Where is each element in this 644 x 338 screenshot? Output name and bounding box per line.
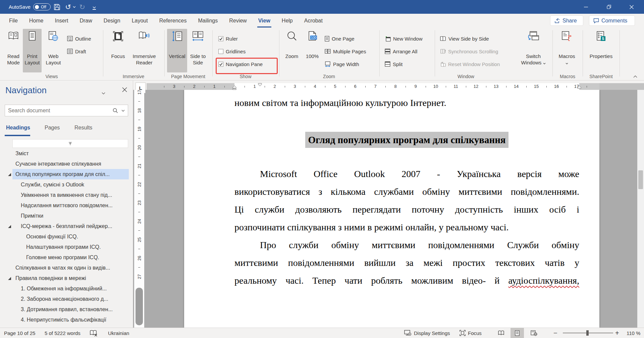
display-settings-button[interactable]: Display Settings xyxy=(404,328,450,338)
tab-references[interactable]: References xyxy=(154,14,193,27)
tab-review[interactable]: Review xyxy=(223,14,252,27)
properties-button[interactable]: S Properties xyxy=(586,29,616,72)
zoom-button[interactable]: Zoom xyxy=(283,29,301,72)
autosave-toggle[interactable]: Off xyxy=(33,3,51,10)
web-layout-view-button[interactable] xyxy=(527,328,541,338)
collapse-triangle-icon[interactable] xyxy=(8,277,11,280)
nav-heading-item[interactable]: Основні функції ICQ. xyxy=(7,231,129,242)
vertical-button[interactable]: Vertical xyxy=(167,29,187,72)
read-mode-view-button[interactable] xyxy=(494,328,508,338)
document-line[interactable]: реальному часі. Тепер чати роблять можли… xyxy=(234,272,579,289)
gridlines-checkbox[interactable]: Gridlines xyxy=(218,48,246,55)
nav-heading-item[interactable]: Служби, сумісні з Outlook xyxy=(7,179,129,190)
collapse-ribbon-icon[interactable] xyxy=(633,73,637,79)
close-button[interactable] xyxy=(622,0,641,14)
web-layout-button[interactable]: Web Layout xyxy=(43,29,64,72)
left-indent-marker[interactable] xyxy=(232,86,236,90)
tab-mailings[interactable]: Mailings xyxy=(193,14,224,27)
document-heading[interactable]: Огляд популярних програм для спілкування xyxy=(234,130,579,150)
nav-heading-item[interactable]: 3. Дотримання правил, встановлен... xyxy=(7,304,129,315)
document-line[interactable]: новим світом та інформаційною культурою … xyxy=(234,94,579,112)
nav-heading-item[interactable]: ICQ-мережа - безплатний пейджер... xyxy=(7,221,129,231)
undo-chevron-icon[interactable] xyxy=(72,0,76,14)
print-layout-view-button[interactable] xyxy=(511,328,524,338)
search-options-chevron-icon[interactable] xyxy=(121,110,125,112)
nav-heading-item[interactable]: Сучасне інтерактивне спілкування xyxy=(7,159,129,169)
tab-design[interactable]: Design xyxy=(98,14,126,27)
outline-button[interactable]: Outline xyxy=(67,35,91,42)
collapse-triangle-icon[interactable] xyxy=(8,173,11,176)
page-indicator[interactable]: Page 10 of 25 xyxy=(4,328,35,338)
view-side-by-side-button[interactable]: View Side by Side xyxy=(440,35,489,42)
tab-pages[interactable]: Pages xyxy=(45,125,60,131)
zoom-slider-thumb[interactable] xyxy=(586,330,589,336)
arrange-all-button[interactable]: Arrange All xyxy=(385,48,417,55)
proofing-errors-icon[interactable] xyxy=(90,328,98,338)
draft-button[interactable]: Draft xyxy=(67,48,86,55)
restore-button[interactable] xyxy=(599,0,618,14)
one-page-button[interactable]: One Page xyxy=(325,35,355,42)
new-window-button[interactable]: New Window xyxy=(385,35,423,42)
nav-heading-item[interactable]: 1. Обмеження на інформаційний... xyxy=(7,283,129,294)
nav-heading-item[interactable]: Примітки xyxy=(7,211,129,221)
focus-button[interactable]: Focus xyxy=(108,29,128,72)
macros-button[interactable]: Macros xyxy=(556,29,578,72)
nav-heading-item[interactable]: Налаштування програми ICQ. xyxy=(7,242,129,252)
zoom-out-button[interactable]: − xyxy=(553,328,557,338)
tab-view[interactable]: View xyxy=(253,14,276,27)
immersive-reader-button[interactable]: Immersive Reader xyxy=(129,29,159,72)
tab-results[interactable]: Results xyxy=(74,125,92,131)
document-line[interactable]: використовуватися з кількома службами об… xyxy=(234,183,579,201)
tab-help[interactable]: Help xyxy=(276,14,299,27)
nav-heading-item[interactable]: 2. Заборона несанкціонованого д... xyxy=(7,294,129,304)
horizontal-ruler[interactable]: 3211234567891011121314151617 xyxy=(147,83,644,90)
document-line[interactable]: миттєвими повідомленнями вийшли за межі … xyxy=(234,254,579,272)
document-line[interactable]: Microsoft Office Outlook 2007 - Українсь… xyxy=(234,165,579,183)
tab-layout[interactable]: Layout xyxy=(126,14,154,27)
search-icon[interactable] xyxy=(113,108,118,113)
ruler-checkbox[interactable]: Ruler xyxy=(218,35,238,42)
search-input[interactable]: Search document xyxy=(5,105,128,116)
tab-acrobat[interactable]: Acrobat xyxy=(299,14,328,27)
read-mode-button[interactable]: Read Mode xyxy=(4,29,22,72)
nav-heading-item[interactable]: Зміст xyxy=(7,148,129,159)
first-line-indent-marker[interactable] xyxy=(258,83,262,86)
nav-heading-item[interactable]: Головне меню програми ICQ. xyxy=(7,252,129,263)
nav-heading-item[interactable]: Увімкнення та вимкнення стану під... xyxy=(7,190,129,200)
share-button[interactable]: Share xyxy=(550,15,583,26)
language-indicator[interactable]: Ukrainian xyxy=(108,328,129,338)
tab-file[interactable]: File xyxy=(3,14,23,27)
navigation-pane-close-icon[interactable] xyxy=(122,87,127,94)
zoom-in-button[interactable]: + xyxy=(615,328,619,338)
print-layout-button[interactable]: Print Layout xyxy=(23,29,42,72)
zoom-percentage[interactable]: 110 % xyxy=(627,328,640,338)
minimize-button[interactable] xyxy=(577,0,595,14)
navigation-pane-menu-icon[interactable] xyxy=(102,90,105,96)
scrollbar-thumb[interactable] xyxy=(638,170,643,189)
document-line[interactable]: розпочинати спілкування з ними в режимі … xyxy=(234,218,579,236)
tab-draw[interactable]: Draw xyxy=(74,14,98,27)
page-width-button[interactable]: Page Width xyxy=(325,60,359,68)
nav-heading-item[interactable]: Правила поведінки в мережі xyxy=(7,273,129,283)
collapse-triangle-icon[interactable] xyxy=(8,225,11,228)
nav-heading-item[interactable]: 4. Неприпустимість фальсифікації xyxy=(7,315,129,325)
save-icon[interactable] xyxy=(52,0,62,14)
multiple-pages-button[interactable]: Multiple Pages xyxy=(325,48,366,55)
vertical-scrollbar[interactable] xyxy=(637,90,644,328)
undo-icon[interactable]: ↺ xyxy=(64,0,72,14)
split-button[interactable]: Split xyxy=(385,60,402,68)
customize-quick-access-icon[interactable] xyxy=(91,0,97,14)
nav-heading-item[interactable]: Огляд популярних програм для спіл... xyxy=(7,169,129,179)
comments-button[interactable]: Comments xyxy=(589,15,635,26)
focus-mode-button[interactable]: Focus xyxy=(460,328,482,338)
nav-heading-item[interactable]: Надсилання миттєвого повідомлен... xyxy=(7,200,129,211)
word-count[interactable]: 5 of 5222 words xyxy=(45,328,80,338)
side-to-side-button[interactable]: Side to Side xyxy=(188,29,208,72)
document-line[interactable]: Ці служби дозволяють переглядати поточну… xyxy=(234,201,579,218)
document-line[interactable]: Про служби обміну миттєвими повідомлення… xyxy=(234,236,579,254)
tab-headings[interactable]: Headings xyxy=(6,125,30,131)
vertical-ruler[interactable]: 1718192021222324252627 xyxy=(134,90,144,328)
zoom-100-button[interactable]: 100 100% xyxy=(303,29,322,72)
switch-windows-button[interactable]: Switch Windows xyxy=(521,29,546,72)
tab-home[interactable]: Home xyxy=(23,14,49,27)
